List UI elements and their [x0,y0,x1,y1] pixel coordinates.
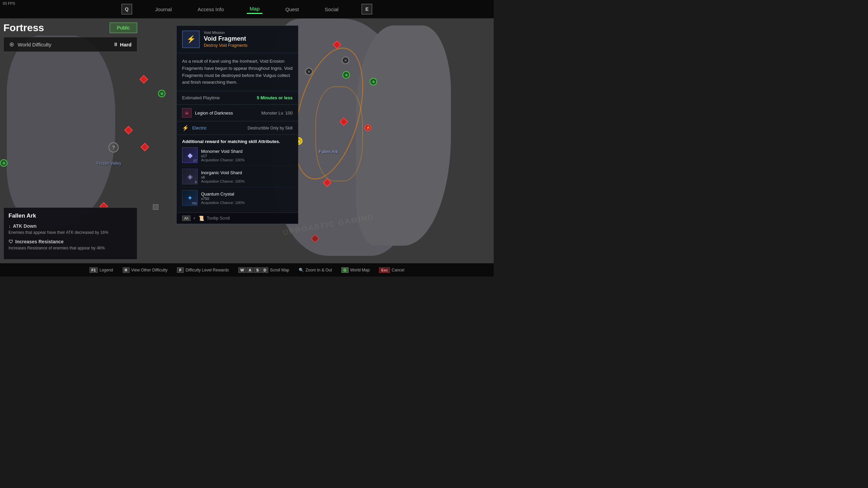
legend-label: Legend [99,268,113,272]
difficulty-label: View Other Difficulty [131,268,168,272]
fallen-ark-label: Fallen Ark [319,149,338,154]
reward-icon-3: ✦ 750 [182,190,198,206]
left-panel: Fortress Public ⊕ World Difficulty ⏸ Har… [3,22,137,55]
playtime-row: Estimated Playtime 5 Minutes or less [177,91,298,105]
plus-sign: + [193,216,196,221]
cancel-label: Cancel [392,268,404,272]
difficulty-icon: ⊕ [9,41,14,48]
public-button[interactable]: Public [110,22,137,33]
scroll-icon: 📜 [198,216,204,221]
marker-1[interactable] [141,76,147,82]
fortress-header: Fortress Public [3,22,137,34]
nav-quest[interactable]: Quest [283,5,302,14]
marker-r2[interactable]: ✕ [305,68,313,75]
enemy-name: Legion of Darkness [195,110,258,116]
difficulty-action[interactable]: R View Other Difficulty [123,267,168,273]
reward-glyph-1: ◆ [188,151,193,159]
marker-circle-r2[interactable]: ⊕ [370,78,377,85]
modifier-atk-down: ↓ ATK Down Enemies that appear have thei… [8,223,132,236]
reward-icon-1: ◆ 17 [182,147,198,163]
nav-journal[interactable]: Journal [153,5,175,14]
fallen-ark-card-title: Fallen Ark [8,212,132,219]
element-icon: ⚡ [182,125,189,131]
cancel-action[interactable]: Esc Cancel [379,267,404,273]
reward-item-3: ✦ 750 Quantum Crystal x750 Acquisition C… [182,190,293,208]
fallen-ark-card: Fallen Ark ↓ ATK Down Enemies that appea… [3,207,137,260]
zoom-action: 🔍 Zoom In & Out [299,268,332,272]
marker-r3[interactable]: ✕ [342,57,349,64]
marker-3[interactable] [142,144,148,150]
nav-access-info[interactable]: Access Info [195,5,227,14]
reward-name-3: Quantum Crystal [201,191,244,197]
marker-r4[interactable] [341,119,347,125]
enemy-row: ☠ Legion of Darkness Monster Lv. 100 [177,105,298,121]
alt-key: Alt [182,216,191,221]
mission-header: ⚡ Void Mission Void Fragment Destroy Voi… [177,26,298,53]
mission-info: Void Mission Void Fragment Destroy Void … [204,30,248,48]
world-difficulty-bar[interactable]: ⊕ World Difficulty ⏸ Hard [3,37,137,52]
marker-r6[interactable]: ⊕ [0,159,7,167]
marker-r1[interactable] [334,42,340,48]
mission-name: Void Fragment [204,35,248,42]
reward-name-2: Inorganic Void Shard [201,170,244,175]
marker-circle-r1[interactable]: ⊕ [342,71,350,79]
reward-glyph-3: ✦ [187,194,193,202]
reward-icon-2: ◈ 6 [182,169,198,184]
resistance-icon: 🛡 [8,239,13,244]
rewards-title: Additional reward for matching skill Att… [182,139,293,144]
scroll-action: W A S D Scroll Map [238,267,289,273]
frozen-valley-label: Frozen Valley [97,161,121,166]
modifier-res-desc: Increases Resistance of enemies that app… [8,245,132,251]
bottom-bar: F1 Legend R View Other Difficulty F Diff… [0,263,494,277]
mission-type: Void Mission [204,30,248,35]
rewards-action[interactable]: F Difficulty Level Rewards [177,267,229,273]
reward-qty-1: x17 [201,154,244,158]
marker-5[interactable] [153,204,158,210]
difficulty-value: ⏸ Hard [113,42,132,47]
legend-action[interactable]: F1 Legend [90,267,113,273]
reward-info-2: Inorganic Void Shard x6 Acquisition Chan… [201,170,244,183]
reward-item-2: ◈ 6 Inorganic Void Shard x6 Acquisition … [182,169,293,187]
reward-info-1: Monomer Void Shard x17 Acquisition Chanc… [201,149,244,162]
mission-icon-glyph: ⚡ [186,35,196,44]
marker-r5[interactable]: ⚡ [364,124,371,131]
a-key: A [246,267,253,273]
d-key: D [261,267,268,273]
reward-chance-2: Acquisition Chance: 100% [201,179,244,183]
playtime-value: 5 Minutes or less [257,95,293,100]
top-navigation: 93 FPS Q Journal Access Info Map Quest S… [0,0,494,19]
reward-chance-3: Acquisition Chance: 100% [201,201,244,205]
reward-qty-2: x6 [201,175,244,179]
marker-circle-1[interactable]: ⊕ [158,90,165,97]
s-key: S [254,267,261,273]
nav-key-q[interactable]: Q [121,4,132,15]
reward-chance-1: Acquisition Chance: 100% [201,158,244,162]
marker-player[interactable]: ? [108,142,119,152]
playtime-label: Estimated Playtime [182,95,220,100]
reward-item-1: ◆ 17 Monomer Void Shard x17 Acquisition … [182,147,293,166]
enemy-level: Monster Lv. 100 [261,110,293,116]
element-description: Destructible Only by Skill [248,126,293,130]
modifier-atk-name: ↓ ATK Down [8,223,132,229]
reward-qty-3: x750 [201,197,244,201]
rewards-label: Difficulty Level Rewards [185,268,229,272]
pause-icon: ⏸ [113,42,118,47]
modifier-atk-desc: Enemies that appear have their ATK decre… [8,230,132,236]
nav-key-e[interactable]: E [361,4,372,15]
marker-r7[interactable] [324,180,330,186]
mission-description: As a result of Karel using the Ironheart… [177,53,298,91]
difficulty-label: World Difficulty [18,42,110,47]
world-map-action[interactable]: G World Map [341,267,370,273]
nav-social[interactable]: Social [322,5,341,14]
rewards-section: Additional reward for matching skill Att… [177,135,298,212]
marker-2[interactable] [125,127,132,133]
nav-map[interactable]: Map [247,4,262,14]
modifier-resistance: 🛡 Increases Resistance Increases Resista… [8,239,132,251]
tooltip-scroll-label: Tooltip Scroll [207,216,230,221]
zoom-label: Zoom In & Out [305,268,332,272]
enemy-icon: ☠ [182,108,192,118]
marker-r8[interactable] [312,236,318,242]
difficulty-key: R [123,267,130,273]
mission-subtitle: Destroy Void Fragments [204,43,248,48]
zoom-icon: 🔍 [299,268,304,272]
